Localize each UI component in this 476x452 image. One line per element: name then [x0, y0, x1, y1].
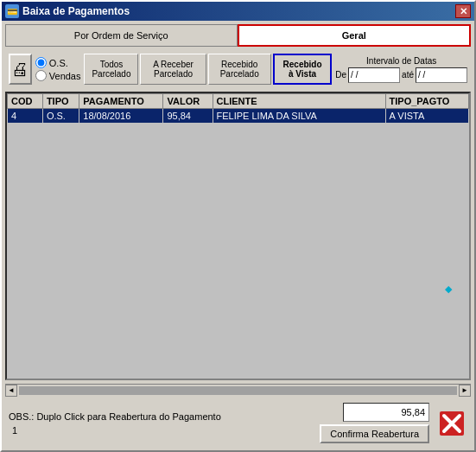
date-to-input[interactable]: [416, 67, 467, 83]
de-label: De: [335, 70, 346, 80]
scroll-right-button[interactable]: ►: [459, 385, 471, 397]
tabs-row: Por Ordem de Serviço Geral: [5, 24, 471, 47]
close-button[interactable]: ✕: [455, 4, 471, 18]
printer-icon: 🖨: [11, 60, 29, 80]
radio-group: O.S. Vendas: [35, 57, 81, 81]
date-range-title: Intervalo de Datas: [335, 56, 467, 66]
scroll-track[interactable]: [19, 386, 457, 395]
table-container: COD TIPO PAGAMENTO VALOR CLIENTE TIPO_PA…: [5, 92, 471, 380]
close-x-icon: [438, 410, 466, 437]
title-bar: 💳 Baixa de Pagamentos ✕: [2, 2, 474, 21]
radio-os-input[interactable]: [35, 57, 47, 68]
col-valor: VALOR: [163, 94, 213, 109]
table-header-row: COD TIPO PAGAMENTO VALOR CLIENTE TIPO_PA…: [8, 94, 469, 109]
controls-row: 🖨 O.S. Vendas Todos Parcelado A Receber …: [5, 50, 471, 88]
data-table: COD TIPO PAGAMENTO VALOR CLIENTE TIPO_PA…: [7, 93, 469, 124]
scrollbar-area: ◄ ►: [5, 384, 471, 396]
tab-por-ordem[interactable]: Por Ordem de Serviço: [5, 24, 238, 47]
filter-recebido-parcelado[interactable]: Recebido Parcelado: [208, 54, 271, 85]
col-tipo-pagto: TIPO_PAGTO: [385, 94, 468, 109]
ate-label: até: [402, 70, 414, 80]
radio-vendas-label: Vendas: [49, 71, 81, 81]
cyan-indicator: ◆: [445, 283, 452, 295]
radio-os[interactable]: O.S.: [35, 57, 81, 68]
col-cod: COD: [8, 94, 43, 109]
table-row[interactable]: 4 O.S. 18/08/2016 95,84 FELIPE LIMA DA S…: [8, 109, 469, 124]
title-icon: 💳: [5, 4, 19, 18]
filter-a-receber[interactable]: A Receber Parcelado: [140, 54, 206, 85]
print-button[interactable]: 🖨: [9, 54, 32, 85]
cell-pagamento: 18/08/2016: [79, 109, 163, 124]
cell-valor: 95,84: [163, 109, 213, 124]
date-range: Intervalo de Datas De até: [335, 56, 467, 83]
cell-tipo-pagto: A VISTA: [385, 109, 468, 124]
scroll-left-button[interactable]: ◄: [5, 385, 17, 397]
cell-cliente: FELIPE LIMA DA SILVA: [213, 109, 385, 124]
amount-display: 95,84: [343, 403, 429, 422]
window-title: Baixa de Pagamentos: [22, 5, 455, 17]
radio-vendas[interactable]: Vendas: [35, 70, 81, 81]
filter-recebido-vista[interactable]: Recebido à Vista: [273, 54, 333, 85]
date-from-input[interactable]: [348, 67, 400, 83]
content-area: Por Ordem de Serviço Geral 🖨 O.S. Vendas: [2, 21, 474, 450]
radio-vendas-input[interactable]: [35, 70, 47, 81]
main-window: 💳 Baixa de Pagamentos ✕ Por Ordem de Ser…: [0, 0, 476, 452]
obs-text: OBS.: Duplo Click para Reabertura do Pag…: [9, 411, 313, 422]
col-tipo: TIPO: [42, 94, 79, 109]
bottom-controls: 95,84 Confirma Reabertura: [320, 403, 429, 443]
bottom-row: OBS.: Duplo Click para Reabertura do Pag…: [5, 399, 471, 447]
radio-os-label: O.S.: [49, 58, 68, 68]
cell-cod: 4: [8, 109, 43, 124]
cell-tipo: O.S.: [42, 109, 79, 124]
counter-text: 1: [9, 425, 313, 436]
col-pagamento: PAGAMENTO: [79, 94, 163, 109]
tab-geral[interactable]: Geral: [238, 24, 472, 47]
filter-todos[interactable]: Todos Parcelado: [84, 54, 138, 85]
col-cliente: CLIENTE: [213, 94, 385, 109]
date-range-inputs: De até: [335, 67, 467, 83]
close-x-button[interactable]: [436, 408, 467, 439]
confirm-button[interactable]: Confirma Reabertura: [320, 424, 429, 443]
filter-buttons: Todos Parcelado A Receber Parcelado Rece…: [84, 54, 332, 85]
